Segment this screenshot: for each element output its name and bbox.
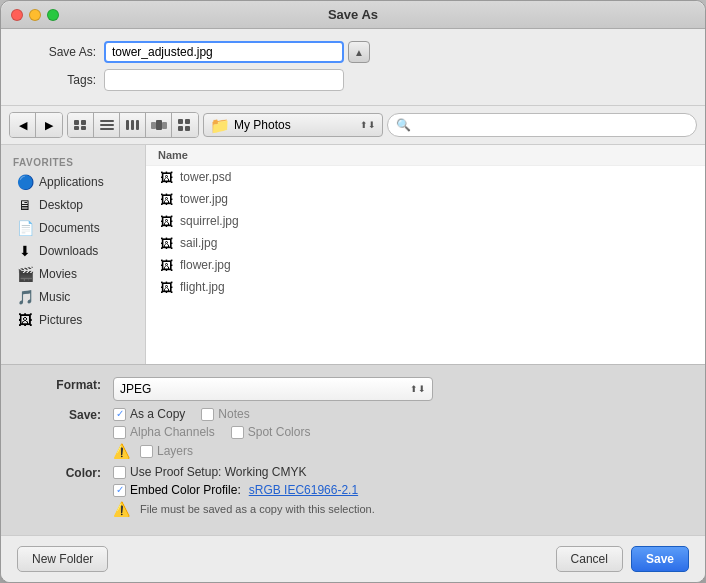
coverflow-view-button[interactable] — [146, 113, 172, 137]
notes-label: Notes — [218, 407, 249, 421]
file-item-5[interactable]: 🖼 flight.jpg — [146, 276, 705, 298]
file-list-header: Name — [146, 145, 705, 166]
forward-button[interactable]: ▶ — [36, 113, 62, 137]
layers-cb[interactable] — [140, 445, 153, 458]
minimize-button[interactable] — [29, 9, 41, 21]
embed-value: sRGB IEC61966-2.1 — [249, 483, 358, 497]
color-options-content: Use Proof Setup: Working CMYK Embed Colo… — [113, 465, 685, 517]
options-section: Format: JPEG ⬆⬇ Save: As a Copy Notes — [1, 364, 705, 535]
svg-rect-13 — [178, 119, 183, 124]
save-options-row: Save: As a Copy Notes Alpha Channels — [21, 407, 685, 459]
file-item-3[interactable]: 🖼 sail.jpg — [146, 232, 705, 254]
svg-rect-0 — [74, 120, 79, 125]
save-button[interactable]: Save — [631, 546, 689, 572]
new-folder-button[interactable]: New Folder — [17, 546, 108, 572]
sidebar-item-documents-label: Documents — [39, 221, 100, 235]
warning-text: File must be saved as a copy with this s… — [140, 503, 375, 515]
sidebar-item-documents[interactable]: 📄 Documents — [5, 217, 141, 239]
format-value: JPEG — [120, 382, 151, 396]
save-as-input[interactable] — [104, 41, 344, 63]
music-icon: 🎵 — [17, 289, 33, 305]
tags-input[interactable] — [104, 69, 344, 91]
location-arrow-button[interactable]: ▲ — [348, 41, 370, 63]
back-button[interactable]: ◀ — [10, 113, 36, 137]
file-name-2: squirrel.jpg — [180, 214, 239, 228]
format-label: Format: — [21, 377, 101, 392]
embed-label: Embed Color Profile: — [130, 483, 241, 497]
location-dropdown[interactable]: 📁 My Photos ⬆⬇ — [203, 113, 383, 137]
save-as-row: Save As: ▲ — [21, 41, 685, 63]
save-label: Save: — [21, 407, 101, 422]
file-list: Name 🖼 tower.psd 🖼 tower.jpg 🖼 squirrel.… — [146, 145, 705, 364]
window-controls — [11, 9, 59, 21]
cancel-button[interactable]: Cancel — [556, 546, 623, 572]
notes-checkbox[interactable]: Notes — [201, 407, 249, 421]
embed-profile-cb[interactable] — [113, 484, 126, 497]
sidebar-section-label: FAVORITES — [1, 153, 145, 170]
use-proof-cb[interactable] — [113, 466, 126, 479]
sidebar-item-desktop[interactable]: 🖥 Desktop — [5, 194, 141, 216]
grid-view-button[interactable] — [172, 113, 198, 137]
svg-rect-1 — [81, 120, 86, 125]
as-copy-checkbox[interactable]: As a Copy — [113, 407, 185, 421]
sidebar-item-applications[interactable]: 🔵 Applications — [5, 171, 141, 193]
file-item-2[interactable]: 🖼 squirrel.jpg — [146, 210, 705, 232]
svg-rect-10 — [151, 122, 156, 129]
file-name-5: flight.jpg — [180, 280, 225, 294]
sidebar-item-movies[interactable]: 🎬 Movies — [5, 263, 141, 285]
file-name-4: flower.jpg — [180, 258, 231, 272]
warning-icon-copy: ⚠️ — [113, 501, 130, 517]
maximize-button[interactable] — [47, 9, 59, 21]
tags-label: Tags: — [21, 73, 96, 87]
alpha-channels-cb[interactable] — [113, 426, 126, 439]
file-item-4[interactable]: 🖼 flower.jpg — [146, 254, 705, 276]
bottom-right-buttons: Cancel Save — [556, 546, 689, 572]
use-proof-row: Use Proof Setup: Working CMYK — [113, 465, 685, 479]
svg-rect-3 — [81, 126, 86, 130]
format-select[interactable]: JPEG ⬆⬇ — [113, 377, 433, 401]
as-copy-cb[interactable] — [113, 408, 126, 421]
svg-rect-7 — [126, 120, 129, 130]
svg-rect-12 — [162, 122, 167, 129]
downloads-icon: ⬇ — [17, 243, 33, 259]
column-view-button[interactable] — [120, 113, 146, 137]
layers-warning-row: ⚠️ Layers — [113, 443, 685, 459]
window-title: Save As — [328, 7, 378, 22]
color-row: Color: Use Proof Setup: Working CMYK Emb… — [21, 465, 685, 517]
search-box[interactable]: 🔍 — [387, 113, 697, 137]
title-bar: Save As — [1, 1, 705, 29]
file-icon-4: 🖼 — [158, 257, 174, 273]
svg-rect-4 — [100, 120, 114, 122]
file-item-1[interactable]: 🖼 tower.jpg — [146, 188, 705, 210]
svg-rect-9 — [136, 120, 139, 130]
tags-row: Tags: — [21, 69, 685, 91]
spot-colors-checkbox[interactable]: Spot Colors — [231, 425, 311, 439]
warning-message-row: ⚠️ File must be saved as a copy with thi… — [113, 501, 685, 517]
svg-rect-11 — [156, 120, 162, 130]
spot-colors-cb[interactable] — [231, 426, 244, 439]
file-name-0: tower.psd — [180, 170, 231, 184]
use-proof-checkbox[interactable]: Use Proof Setup: Working CMYK — [113, 465, 307, 479]
file-icon-1: 🖼 — [158, 191, 174, 207]
sidebar-item-pictures[interactable]: 🖼 Pictures — [5, 309, 141, 331]
list-view-button[interactable] — [94, 113, 120, 137]
file-icon-3: 🖼 — [158, 235, 174, 251]
icon-view-button[interactable] — [68, 113, 94, 137]
use-proof-label: Use Proof Setup: Working CMYK — [130, 465, 307, 479]
alpha-channels-checkbox[interactable]: Alpha Channels — [113, 425, 215, 439]
close-button[interactable] — [11, 9, 23, 21]
save-options-content: As a Copy Notes Alpha Channels Spot Colo… — [113, 407, 685, 459]
layers-checkbox[interactable]: Layers — [140, 444, 193, 458]
file-item-0[interactable]: 🖼 tower.psd — [146, 166, 705, 188]
svg-rect-5 — [100, 124, 114, 126]
svg-rect-2 — [74, 126, 79, 130]
sidebar-item-music-label: Music — [39, 290, 70, 304]
sidebar-item-music[interactable]: 🎵 Music — [5, 286, 141, 308]
view-buttons — [67, 112, 199, 138]
warning-icon-layers: ⚠️ — [113, 443, 130, 459]
sidebar-item-downloads-label: Downloads — [39, 244, 98, 258]
applications-icon: 🔵 — [17, 174, 33, 190]
checkboxes-row-1: As a Copy Notes — [113, 407, 685, 421]
sidebar-item-downloads[interactable]: ⬇ Downloads — [5, 240, 141, 262]
notes-cb[interactable] — [201, 408, 214, 421]
